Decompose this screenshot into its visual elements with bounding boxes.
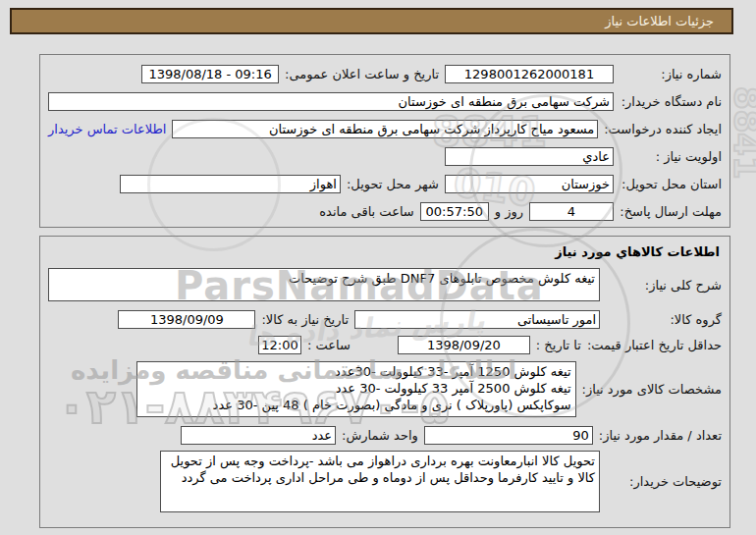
- unit-input[interactable]: عدد: [181, 426, 336, 445]
- row-price-validity: حداقل تاریخ اعتبار قیمت: تا تاریخ : 1398…: [48, 335, 722, 354]
- watermark-digits-vertical: 8841: [727, 86, 756, 180]
- row-priority: اولویت نیاز : عادي: [48, 146, 722, 166]
- delivery-province-label: استان محل تحویل:: [620, 177, 722, 191]
- deadline-time-input[interactable]: 00:57:50: [420, 202, 489, 221]
- buyer-notes-label: توضیحات خریدار:: [606, 474, 722, 489]
- row-buyer-notes: توضیحات خریدار: تحویل کالا انبارمعاونت ب…: [48, 451, 722, 512]
- row-delivery-location: استان محل تحویل: خوزستان شهر محل تحویل: …: [48, 174, 722, 193]
- need-date-input[interactable]: 1398/09/09: [118, 310, 255, 329]
- priority-label: اولویت نیاز :: [620, 149, 722, 164]
- request-creator-input[interactable]: مسعود میاح کارپرداز شرکت سهامی برق منطقه…: [172, 120, 598, 138]
- announce-datetime-label: تاریخ و ساعت اعلان عمومی:: [285, 67, 439, 81]
- general-description-label: شرح کلی نیاز:: [606, 278, 722, 293]
- buyer-org-label: نام دستگاه خریدار:: [620, 94, 722, 109]
- goods-specs-label: مشخصات کالای مورد نیاز:: [582, 382, 722, 397]
- need-date-label: تاریخ نیاز به کالا:: [261, 312, 349, 327]
- page-title-bar: جزئیات اطلاعات نیاز: [10, 8, 733, 34]
- row-quantity: تعداد / مقدار مورد نیاز: 90 واحد شمارش: …: [48, 425, 722, 445]
- until-date-input[interactable]: 1398/09/20: [398, 336, 530, 354]
- delivery-city-label: شهر محل تحویل:: [347, 177, 439, 191]
- buyer-contact-link[interactable]: اطلاعات تماس خریدار: [48, 122, 166, 136]
- unit-label: واحد شمارش:: [342, 428, 418, 443]
- deadline-time-suffix: ساعت باقی مانده: [319, 204, 413, 219]
- row-need-number: شماره نیاز: 1298001262000181 تاریخ و ساع…: [48, 64, 722, 83]
- quantity-label: تعداد / مقدار مورد نیاز:: [599, 428, 722, 443]
- request-creator-label: ایجاد کننده درخواست:: [604, 122, 722, 136]
- priority-input[interactable]: عادي: [445, 147, 614, 166]
- announce-datetime-input[interactable]: 1398/08/18 - 09:16: [141, 65, 279, 83]
- page: جزئیات اطلاعات نیاز شماره نیاز: 12980012…: [0, 0, 756, 535]
- response-deadline-label: مهلت ارسال پاسخ:: [620, 204, 722, 219]
- need-details-panel: شماره نیاز: 1298001262000181 تاریخ و ساع…: [39, 54, 730, 228]
- row-request-creator: ایجاد کننده درخواست: مسعود میاح کارپرداز…: [48, 119, 722, 138]
- deadline-days-input[interactable]: 4: [529, 202, 614, 221]
- row-buyer-org: نام دستگاه خریدار: شرکت سهامی برق منطقه …: [48, 91, 722, 111]
- quantity-input[interactable]: 90: [424, 426, 593, 445]
- row-goods-specs: مشخصات کالای مورد نیاز: تیغه کلوش 1250 آ…: [48, 361, 722, 417]
- deadline-days-suffix: روز و: [495, 204, 523, 219]
- price-validity-label: حداقل تاریخ اعتبار قیمت:: [587, 338, 722, 352]
- buyer-org-input[interactable]: شرکت سهامی برق منطقه ای خوزستان: [48, 92, 614, 111]
- goods-group-label: گروه کالا:: [606, 312, 722, 327]
- goods-group-input[interactable]: امور تاسیساتی: [354, 310, 600, 329]
- goods-specs-textarea[interactable]: تیغه کلوش 1250 آمپر -33 کیلوولت -30عدد ت…: [136, 361, 576, 417]
- goods-section-title: اطلاعات کالاهاي مورد نیاز: [48, 244, 720, 260]
- buyer-notes-textarea[interactable]: تحویل کالا انبارمعاونت بهره برداری دراهو…: [160, 451, 600, 512]
- validity-hour-input[interactable]: 12:00: [258, 336, 301, 354]
- delivery-province-input[interactable]: خوزستان: [445, 175, 614, 193]
- goods-info-panel: اطلاعات کالاهاي مورد نیاز شرح کلی نیاز: …: [39, 236, 730, 528]
- validity-hour-label: ساعت :: [307, 338, 351, 352]
- row-goods-group: گروه کالا: امور تاسیساتی تاریخ نیاز به ک…: [48, 309, 722, 329]
- until-date-label: تا تاریخ :: [536, 338, 581, 352]
- need-number-input[interactable]: 1298001262000181: [445, 65, 614, 83]
- need-number-label: شماره نیاز:: [620, 67, 722, 81]
- page-title: جزئیات اطلاعات نیاز: [605, 14, 714, 28]
- delivery-city-input[interactable]: اهواز: [120, 175, 341, 193]
- row-response-deadline: مهلت ارسال پاسخ: 4 روز و 00:57:50 ساعت ب…: [48, 201, 722, 221]
- general-description-textarea[interactable]: تیغه کلوش مخصوص تابلوهای DNF7 طبق شرح تو…: [48, 268, 600, 301]
- row-general-description: شرح کلی نیاز: تیغه کلوش مخصوص تابلوهای D…: [48, 268, 722, 301]
